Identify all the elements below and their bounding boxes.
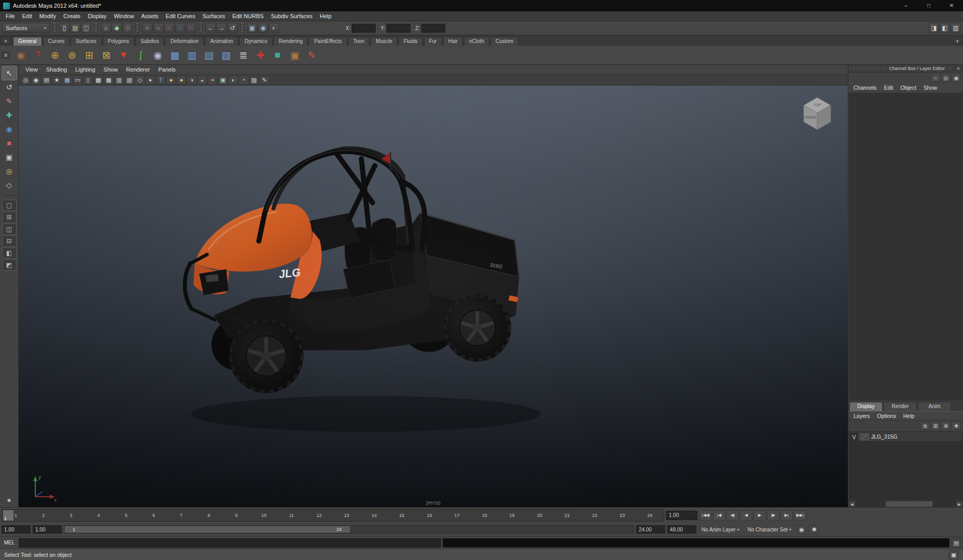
attribute-editor-toggle[interactable]: ◨ [929,23,939,33]
layer-color-swatch[interactable] [860,433,869,440]
snap-curve-icon[interactable]: ∩ [153,23,163,33]
motion-blur-icon[interactable]: ≈ [208,76,217,85]
viewport-3d[interactable]: 315G [19,86,848,507]
textured-icon[interactable]: T [156,76,166,85]
layout-two-pane-side[interactable]: ◫ [2,223,17,235]
play-backwards-button[interactable]: ◀ [740,510,752,521]
current-frame-marker[interactable]: 1 [3,510,13,521]
tool-settings-toggle[interactable]: ◧ [940,23,950,33]
depth-of-field-icon[interactable]: ◐ [228,76,238,85]
shelf-lattice-icon[interactable]: ⊞ [81,47,97,63]
shelf-tab-deformation[interactable]: Deformation [165,37,203,46]
shelf-menu-icon[interactable]: ▾ [953,37,961,45]
go-to-end-button[interactable]: ▶▶| [794,510,806,521]
grease-pencil-icon[interactable]: ✎ [259,76,269,85]
time-slider[interactable]: 123456789101112131415161718192021222324 … [2,509,664,522]
manip-show-icon[interactable]: ◉ [952,74,961,82]
camera-label[interactable]: persp [426,499,441,506]
layout-hypershade-persp[interactable]: ◩ [2,259,17,271]
channel-box-toggle[interactable]: ▥ [951,23,961,33]
le-tab-anim[interactable]: Anim [918,402,951,411]
move-tool[interactable]: ✚ [2,108,17,122]
soft-modification-tool[interactable]: ◎ [2,164,17,178]
last-used-tool[interactable]: ◇ [2,178,17,192]
scroll-left-icon[interactable]: ◀ [848,501,856,507]
menu-window[interactable]: Window [110,13,137,19]
shelf-tab-painteffects[interactable]: PaintEffects [309,37,347,46]
select-hierarchy-icon[interactable]: ⌂ [101,23,111,33]
scroll-right-icon[interactable]: ▶ [956,501,963,507]
save-scene-icon[interactable]: ◫ [81,23,91,33]
select-tool[interactable]: ↖ [2,66,17,80]
layout-four-pane[interactable]: ⊞ [2,212,17,223]
anim-layer-selector[interactable]: No Anim Layer ▾ [698,525,742,534]
select-object-icon[interactable]: ◆ [112,23,122,33]
shelf-renderglobe-icon[interactable]: ◉ [13,47,29,63]
menu-surfaces[interactable]: Surfaces [199,13,228,19]
open-scene-icon[interactable]: ▤ [70,23,80,33]
rotate-tool[interactable]: ◉ [2,122,17,136]
shelf-plane-x-icon[interactable]: ▦ [167,47,183,63]
menu-help[interactable]: Help [316,13,335,19]
help-line-toggle-icon[interactable]: ▣ [948,550,959,559]
shelf-wrap-icon[interactable]: ⊠ [99,47,114,63]
use-default-lighting-icon[interactable]: ● [166,76,176,85]
group-divider[interactable] [199,23,203,33]
pane-drag-handle[interactable] [850,67,887,70]
snap-point-icon[interactable]: ∩ [164,23,174,33]
range-bar[interactable]: 1 24 [65,526,350,533]
shelf-spheres-icon[interactable]: ◉ [150,47,166,63]
animation-preferences-icon[interactable]: ✱ [809,525,819,534]
shelf-editor-icon[interactable]: ≣ [2,51,10,59]
select-camera-icon[interactable]: ◎ [21,76,31,85]
layer-sort-icon[interactable]: ≣ [920,422,930,430]
range-slider[interactable]: 1 24 [64,525,634,534]
shelf-help-icon[interactable]: ? [30,47,46,63]
group-divider[interactable] [135,23,140,33]
film-gate-icon[interactable]: ▭ [73,76,82,85]
current-time-field[interactable] [666,511,697,520]
vp-menu-view[interactable]: View [22,66,42,73]
step-forward-frame-button[interactable]: ▶| [780,510,793,521]
new-layer-assign-icon[interactable]: ⊕ [941,422,951,430]
new-scene-icon[interactable]: ▯ [59,23,70,33]
le-menu-help[interactable]: Help [900,413,918,419]
group-divider[interactable] [94,23,98,33]
vp-menu-show[interactable]: Show [100,66,122,73]
auto-keyframe-toggle[interactable]: ◉ [796,525,807,534]
ipr-render-icon[interactable]: ◐ [269,23,279,33]
shelf-tab-rendering[interactable]: Rendering [273,37,308,46]
animation-start-field[interactable] [2,525,31,534]
lasso-select-tool[interactable]: ↺ [2,80,17,94]
menu-subdiv-surfaces[interactable]: Subdiv Surfaces [267,13,316,19]
shelf-tab-general[interactable]: General [13,37,42,46]
channel-box-body[interactable] [849,93,962,400]
shelf-plane-y-icon[interactable]: ▥ [184,47,200,63]
step-back-frame-button[interactable]: |◀ [713,510,725,521]
shelf-tab-fluids[interactable]: Fluids [398,37,423,46]
shadows-icon[interactable]: ◑ [187,76,197,85]
shelf-tab-fur[interactable]: Fur [424,37,442,46]
cb-menu-edit[interactable]: Edit [881,85,896,91]
field-chart-icon[interactable]: ▦ [104,76,114,85]
scale-tool[interactable]: ■ [2,136,17,150]
layout-single-pane[interactable]: ▢ [2,200,17,211]
shelf-tab-subdivs[interactable]: Subdivs [135,37,164,46]
menu-edit-curves[interactable]: Edit Curves [162,13,199,19]
cb-menu-channels[interactable]: Channels [850,85,879,91]
input-connections-icon[interactable]: ← [205,23,216,33]
vp-menu-renderer[interactable]: Renderer [122,66,154,73]
multisampling-icon[interactable]: ▣ [218,76,228,85]
character-set-selector[interactable]: No Character Set ▾ [745,525,794,534]
shelf-tab-ncloth[interactable]: nCloth [464,37,489,46]
menu-edit[interactable]: Edit [19,13,36,19]
y-input[interactable] [387,24,410,33]
render-current-frame-icon[interactable]: ◉ [258,23,268,33]
image-plane-icon[interactable]: ▦ [62,76,72,85]
go-to-start-button[interactable]: |◀◀ [699,510,712,521]
single-persp-layout-icon[interactable]: ● [2,493,17,507]
shelf-tab-toon[interactable]: Toon [348,37,370,46]
new-empty-layer-icon[interactable]: ⊞ [931,422,940,430]
shelf-tab-polygons[interactable]: Polygons [103,37,134,46]
step-forward-key-button[interactable]: |▶ [767,510,779,521]
